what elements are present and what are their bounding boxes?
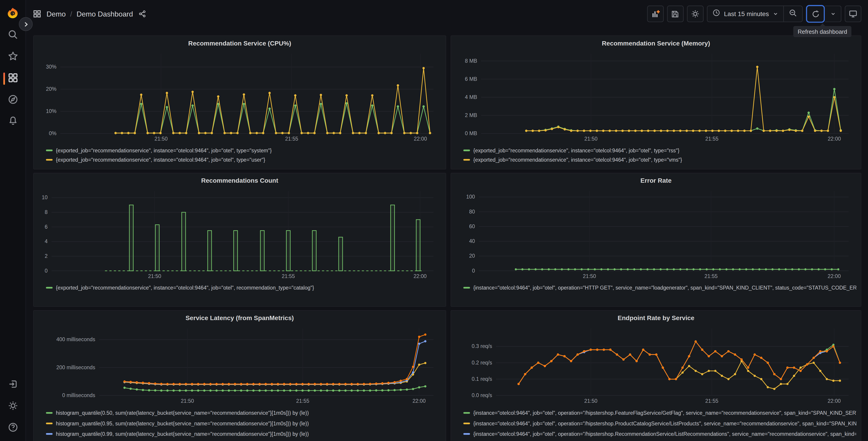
svg-text:0: 0 (44, 268, 48, 274)
error-rate-legend: {instance="otelcol:9464", job="otel", op… (451, 281, 861, 292)
legend-item[interactable]: {exported_job="recommendationservice", i… (463, 155, 857, 165)
svg-text:80: 80 (469, 209, 475, 215)
legend-label: {exported_job="recommendationservice", i… (473, 157, 682, 163)
dashboards-grid-icon (7, 72, 18, 85)
svg-text:21:50: 21:50 (584, 398, 597, 404)
legend-swatch (463, 433, 470, 435)
svg-text:60: 60 (469, 224, 475, 229)
svg-text:20%: 20% (46, 86, 57, 92)
panel-recommendation-memory: Recommendation Service (Memory) 8 MB6 MB… (451, 35, 861, 170)
endpoint-rate-legend: {instance="otelcol:9464", job="otel", op… (451, 406, 861, 441)
legend-item[interactable]: histogram_quantile(0.99, sum(rate(latenc… (46, 429, 441, 439)
sidebar-item-sign-in[interactable] (7, 379, 18, 390)
svg-text:8 MB: 8 MB (465, 58, 477, 64)
legend-label: {exported_job="recommendationservice", i… (56, 147, 272, 153)
legend-item[interactable]: {instance="otelcol:9464", job="otel", op… (463, 408, 857, 418)
service-latency-chart[interactable]: 400 milliseconds200 milliseconds0 millis… (38, 325, 441, 406)
panel-title[interactable]: Service Latency (from SpanMetrics) (34, 311, 445, 325)
panel-title[interactable]: Endpoint Rate by Service (451, 311, 861, 325)
svg-text:100: 100 (466, 194, 475, 200)
svg-text:21:55: 21:55 (296, 398, 309, 404)
share-icon[interactable] (138, 10, 146, 18)
kiosk-mode-button[interactable] (845, 5, 861, 22)
sidebar-item-settings[interactable] (7, 401, 18, 412)
bell-icon (7, 115, 18, 128)
refresh-tooltip: Refresh dashboard (793, 26, 852, 37)
legend-item[interactable]: histogram_quantile(0.999, sum(rate(laten… (46, 439, 441, 441)
panel-endpoint-rate: Endpoint Rate by Service 0.3 req/s0.2 re… (451, 310, 861, 441)
legend-item[interactable]: histogram_quantile(0.95, sum(rate(latenc… (46, 418, 441, 429)
recommendations-count-chart[interactable]: 108642021:5021:5522:00 (38, 188, 441, 281)
toolbar: Last 15 minutes (647, 5, 861, 23)
grafana-logo[interactable] (6, 7, 19, 20)
panel-recommendations-count: Recommendations Count 108642021:5021:552… (33, 173, 446, 307)
svg-text:22:00: 22:00 (828, 398, 841, 404)
sidebar-item-alerting[interactable] (7, 116, 18, 127)
compass-icon (7, 94, 18, 107)
legend-item[interactable]: {exported_job="recommendationservice", i… (46, 283, 441, 293)
legend-item[interactable]: {instance="otelcol:9464", job="otel", op… (463, 439, 857, 441)
legend-item[interactable]: {exported_job="recommendationservice", i… (46, 155, 441, 165)
svg-text:21:55: 21:55 (705, 136, 718, 142)
star-icon (7, 51, 18, 63)
refresh-interval-dropdown[interactable] (825, 5, 841, 22)
clock-icon (712, 9, 720, 19)
recommendations-count-legend: {exported_job="recommendationservice", i… (34, 281, 445, 292)
breadcrumb-page[interactable]: Demo Dashboard (76, 10, 133, 18)
refresh-button[interactable] (807, 6, 824, 22)
endpoint-rate-chart[interactable]: 0.3 req/s0.2 req/s0.1 req/s0.0 req/s21:5… (456, 325, 856, 406)
legend-label: {exported_job="recommendationservice", i… (56, 285, 314, 291)
svg-text:21:55: 21:55 (285, 136, 298, 142)
svg-text:4: 4 (44, 238, 48, 244)
service-latency-legend: histogram_quantile(0.50, sum(rate(latenc… (34, 406, 445, 441)
panel-title[interactable]: Recommendations Count (34, 173, 445, 188)
svg-text:40: 40 (469, 238, 475, 244)
legend-item[interactable]: {instance="otelcol:9464", job="otel", op… (463, 429, 857, 439)
legend-label: {exported_job="recommendationservice", i… (473, 147, 680, 153)
sidebar-item-explore[interactable] (7, 95, 18, 106)
svg-text:0.0 req/s: 0.0 req/s (471, 392, 492, 398)
dashboard-settings-button[interactable] (687, 5, 704, 22)
search-icon (7, 29, 18, 42)
legend-item[interactable]: {instance="otelcol:9464", job="otel", op… (463, 283, 857, 293)
svg-text:6 MB: 6 MB (465, 76, 477, 82)
legend-label: {exported_job="recommendationservice", i… (56, 157, 265, 163)
panel-title[interactable]: Recommendation Service (Memory) (451, 36, 861, 51)
dashboard-grid-icon (33, 10, 41, 18)
legend-label: histogram_quantile(0.95, sum(rate(latenc… (56, 420, 309, 427)
help-icon (7, 422, 18, 435)
svg-text:0 MB: 0 MB (465, 130, 477, 136)
sidebar-expand-button[interactable] (19, 17, 33, 31)
legend-item[interactable]: {exported_job="recommendationservice", i… (46, 146, 441, 155)
save-dashboard-button[interactable] (667, 5, 683, 22)
breadcrumb-section[interactable]: Demo (46, 10, 66, 18)
memory-chart[interactable]: 8 MB6 MB4 MB2 MB0 MB21:5021:5522:00 (456, 51, 856, 144)
add-panel-button[interactable] (647, 5, 663, 22)
legend-label: {instance="otelcol:9464", job="otel", op… (473, 410, 857, 416)
svg-text:22:00: 22:00 (414, 136, 427, 142)
legend-label: {instance="otelcol:9464", job="otel", op… (473, 285, 857, 291)
svg-text:22:00: 22:00 (412, 398, 426, 404)
svg-text:21:50: 21:50 (155, 136, 168, 142)
panel-title[interactable]: Recommendation Service (CPU%) (34, 36, 445, 51)
legend-swatch (463, 422, 470, 424)
time-range-picker[interactable]: Last 15 minutes (707, 6, 783, 22)
svg-text:22:00: 22:00 (828, 136, 841, 142)
cpu-chart[interactable]: 30%20%10%0%21:5021:5522:00 (38, 51, 441, 144)
sidebar-item-help[interactable] (7, 423, 18, 434)
sidebar-item-search[interactable] (7, 30, 18, 41)
legend-item[interactable]: histogram_quantile(0.50, sum(rate(latenc… (46, 408, 441, 418)
svg-text:21:50: 21:50 (583, 273, 596, 279)
sidebar-item-dashboards[interactable] (7, 73, 18, 84)
legend-item[interactable]: {exported_job="recommendationservice", i… (463, 146, 857, 155)
svg-text:21:55: 21:55 (282, 273, 295, 279)
svg-text:21:50: 21:50 (585, 136, 598, 142)
legend-item[interactable]: {instance="otelcol:9464", job="otel", op… (463, 418, 857, 429)
error-rate-chart[interactable]: 10080604020021:5021:5522:00 (456, 188, 856, 281)
sidebar-item-starred[interactable] (7, 52, 18, 63)
legend-swatch (463, 287, 470, 289)
svg-text:10: 10 (42, 195, 48, 200)
panel-title[interactable]: Error Rate (451, 173, 861, 188)
zoom-out-button[interactable] (783, 6, 802, 22)
legend-label: histogram_quantile(0.50, sum(rate(latenc… (56, 410, 309, 416)
